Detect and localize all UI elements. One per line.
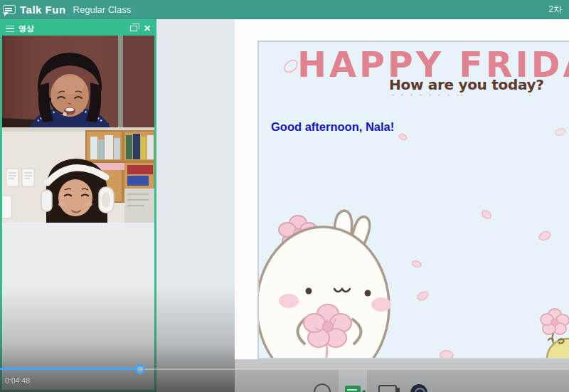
player-time-label: 0:04:48 [5,376,30,385]
dotted-divider [392,94,459,96]
lesson-slide-canvas[interactable]: HAPPY FRIDAY How are you today? Good aft… [257,41,569,359]
session-label: 2차 [548,4,563,16]
blossom-petal-icon [479,208,493,221]
talkfun-logo-icon [3,5,16,14]
player-progress-fill[interactable] [0,368,140,370]
duplicate-window-icon[interactable] [130,26,137,31]
video-panel-titlebar[interactable]: 영상 ✕ [2,21,154,36]
monitor-app-icon[interactable] [378,385,397,392]
blossom-petal-icon [537,229,553,243]
blossom-petal-icon [439,349,454,359]
piu-piu-chick-illustration [531,307,569,359]
video-panel-window: 영상 ✕ [0,19,156,392]
desktop-taskbar [235,369,569,392]
blossom-petal-icon [554,127,567,137]
class-title: Regular Class [73,4,132,15]
brand-name: Talk Fun [20,4,66,16]
blossom-petal-icon [415,290,430,303]
smiley-app-icon[interactable] [314,383,331,392]
player-progress-handle[interactable] [135,364,145,374]
slide-subheading: How are you today? [389,76,544,93]
record-app-icon[interactable] [410,384,427,392]
hamburger-menu-icon[interactable] [6,26,14,32]
blossom-petal-icon [410,259,422,269]
student-video-feed [2,127,154,223]
blossom-petal-icon [398,132,409,142]
content-side-column [156,19,235,392]
video-panel-title: 영상 [18,23,34,34]
desktop-bottom-strip [235,359,569,369]
slide-greeting-text: Good afternoon, Nala! [271,120,394,134]
close-icon[interactable]: ✕ [144,24,151,33]
screen: HAPPY FRIDAY How are you today? Good aft… [0,0,569,392]
molang-bunny-illustration [259,206,394,359]
whiteboard-app-icon[interactable] [344,385,366,392]
app-header: Talk Fun Regular Class 2차 [0,0,569,19]
teacher-video-feed [2,36,154,127]
